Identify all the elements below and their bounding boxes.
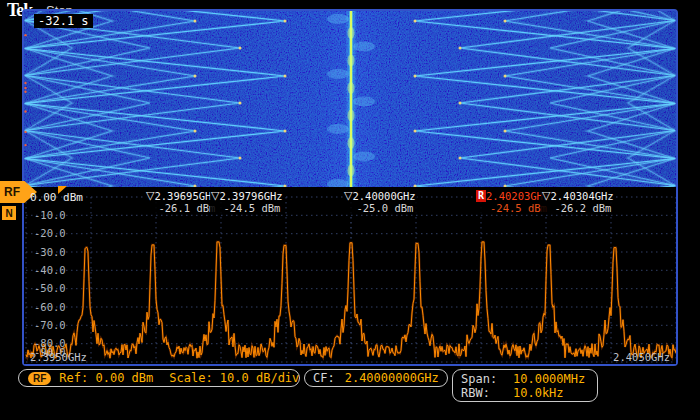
rf-ref-scale-readout[interactable]: RF Ref: 0.00 dBm Scale: 10.0 dB/div <box>18 369 300 387</box>
y-tick: -60.0 <box>34 301 66 313</box>
scope-screen: Tek Stop <box>0 0 700 420</box>
marker-triangle-icon: ▽ <box>146 190 154 202</box>
center-frequency-readout[interactable]: CF: 2.40000000GHz <box>304 369 448 387</box>
y-tick: -70.0 <box>34 319 66 331</box>
marker-freq: 2.39695GH <box>154 190 215 202</box>
marker-freq: 2.40000GHz <box>352 190 415 202</box>
rbw-label: RBW: <box>461 386 513 400</box>
marker-a1: ▽ 2.39695GH -26.1 dBm <box>145 190 216 214</box>
spectrogram-time-label: -32.1 s <box>34 14 93 28</box>
rbw-value: 10.0kHz <box>513 386 589 400</box>
spectrogram-panel: -32.1 s <box>24 11 676 187</box>
ref-level-readout: 0.00 dBm <box>30 191 83 204</box>
marker-triangle-icon: ▽ <box>542 190 550 202</box>
cf-label: CF: <box>313 371 335 385</box>
spectrogram-image <box>24 11 676 187</box>
trigger-position-icon <box>58 186 67 194</box>
scale-readout: Scale: 10.0 dB/div <box>169 371 299 385</box>
rf-badge: RF <box>28 372 51 385</box>
y-tick: -40.0 <box>34 264 66 276</box>
rf-normal-badge: N <box>2 206 16 220</box>
y-tick: -10.0 <box>34 209 66 221</box>
marker-amp: -26.2 dBm <box>550 202 613 214</box>
cf-value: 2.40000000GHz <box>345 371 439 385</box>
ref-readout: Ref: 0.00 dBm <box>59 371 153 385</box>
marker-freq: 2.40304GHz <box>550 190 613 202</box>
spectrum-panel: 0.00 dBm -10.0 -20.0 -30.0 -40.0 -50.0 -… <box>24 187 676 364</box>
marker-amp: -24.5 dBm <box>219 202 282 214</box>
y-tick: -30.0 <box>34 246 66 258</box>
y-tick: -20.0 <box>34 227 66 239</box>
n-badge-label: N <box>5 208 12 219</box>
reference-marker-icon: R <box>476 190 486 202</box>
display-frame: -32.1 s 0.00 dBm -10.0 -20.0 -30.0 -40.0… <box>22 9 678 366</box>
marker-a4: ▽ 2.40304GHz -26.2 dBm <box>541 190 615 214</box>
marker-freq: 2.39796GHz <box>219 190 282 202</box>
marker-reference: R 2.40203GHz -24.5 dBm <box>475 190 550 214</box>
y-tick: -50.0 <box>34 282 66 294</box>
marker-triangle-icon: ▽ <box>344 190 352 202</box>
marker-triangle-icon: ▽ <box>211 190 219 202</box>
freq-stop-label: 2.4050GHz <box>613 351 670 363</box>
marker-amp: -24.5 dBm <box>486 202 549 214</box>
span-rbw-readout[interactable]: Span: 10.0000MHz RBW: 10.0kHz <box>452 369 598 402</box>
marker-amp: -26.1 dBm <box>154 202 215 214</box>
rf-tab-label: RF <box>4 185 20 199</box>
freq-start-label: 2.3950GHz <box>30 351 87 363</box>
marker-freq: 2.40203GHz <box>486 190 549 202</box>
span-label: Span: <box>461 372 513 386</box>
marker-a3: ▽ 2.40000GHz -25.0 dBm <box>343 190 417 214</box>
marker-a2: ▽ 2.39796GHz -24.5 dBm <box>210 190 284 214</box>
marker-amp: -25.0 dBm <box>352 202 415 214</box>
span-value: 10.0000MHz <box>513 372 589 386</box>
